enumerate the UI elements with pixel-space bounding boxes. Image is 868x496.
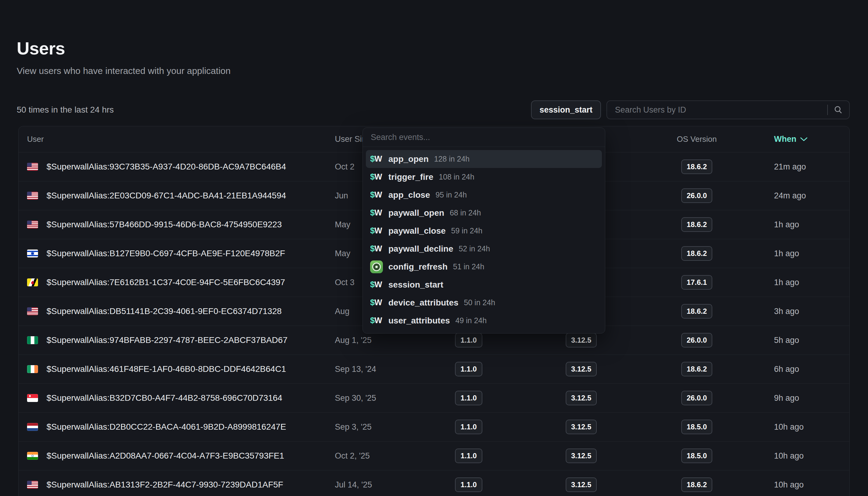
toolbar-right: session_start (531, 100, 850, 119)
country-flag-icon (27, 423, 38, 431)
country-flag-icon (27, 336, 38, 344)
event-icon-slot: $W (370, 172, 384, 182)
app-version-badge: 1.1.0 (455, 333, 482, 347)
table-row[interactable]: $SuperwallAlias:A2D08AA7-0667-4C04-A7F3-… (19, 441, 849, 470)
event-list-item[interactable]: $W user_attributes 49 in 24h (366, 312, 602, 329)
event-count: 108 in 24h (439, 172, 475, 181)
event-count: 51 in 24h (453, 262, 484, 271)
user-id: $SuperwallAlias:DB51141B-2C39-4061-9EF0-… (47, 307, 282, 316)
header-user: User (19, 135, 335, 144)
user-search-input[interactable] (614, 105, 827, 115)
app-version-badge: 1.1.0 (455, 449, 482, 463)
superwall-logo-icon: $W (370, 190, 382, 200)
user-since-value: Sep 30, '25 (335, 393, 435, 403)
event-list-item[interactable]: $W trigger_fire 108 in 24h (366, 168, 602, 186)
country-flag-icon (27, 163, 38, 171)
page-subtitle: View users who have interacted with your… (17, 66, 853, 76)
user-id: $SuperwallAlias:B32D7CB0-A4F7-44B2-8758-… (47, 393, 282, 403)
sdk-version-badge: 3.12.5 (566, 449, 597, 463)
superwall-logo-icon: $W (370, 244, 382, 253)
event-icon-slot: $W (370, 316, 384, 325)
event-name: app_open (388, 154, 429, 164)
superwall-logo-icon: $W (370, 280, 382, 289)
sdk-version-badge: 3.12.5 (566, 362, 597, 376)
event-name: trigger_fire (388, 172, 433, 182)
sdk-version-badge: 3.12.5 (566, 420, 597, 434)
event-name: app_close (388, 190, 430, 200)
country-flag-icon (27, 221, 38, 229)
user-id: $SuperwallAlias:57B466DD-9915-46D6-BAC8-… (47, 220, 282, 230)
event-list: $W app_open 128 in 24h $W trigger_fire 1… (363, 147, 605, 333)
os-version-badge: 18.5.0 (681, 449, 712, 463)
event-list-item[interactable]: config_refresh 51 in 24h (366, 258, 602, 276)
last-seen-value: 10h ago (733, 422, 849, 432)
user-id: $SuperwallAlias:AB1313F2-2B2F-44C7-9930-… (47, 480, 283, 490)
event-count: 49 in 24h (455, 316, 487, 325)
event-count: 68 in 24h (450, 208, 481, 217)
event-list-item[interactable]: $W app_close 95 in 24h (366, 186, 602, 204)
os-version-badge: 26.0.0 (681, 188, 712, 203)
page-title: Users (17, 38, 853, 59)
os-version-badge: 26.0.0 (681, 333, 712, 347)
os-version-badge: 26.0.0 (681, 391, 712, 405)
user-since-value: Jul 14, '25 (335, 480, 435, 490)
last-seen-value: 3h ago (733, 307, 849, 316)
event-list-item[interactable]: $W paywall_decline 52 in 24h (366, 240, 602, 258)
app-version-badge: 1.1.0 (455, 391, 482, 405)
event-icon-slot: $W (370, 244, 384, 253)
last-seen-value: 24m ago (733, 191, 849, 201)
event-list-item[interactable]: $W app_open 128 in 24h (366, 150, 602, 168)
event-list-item[interactable]: $W session_start (366, 276, 602, 294)
table-row[interactable]: $SuperwallAlias:B32D7CB0-A4F7-44B2-8758-… (19, 383, 849, 412)
country-flag-icon (27, 192, 38, 200)
last-seen-value: 9h ago (733, 393, 849, 403)
user-id: $SuperwallAlias:461F48FE-1AF0-46B0-8DBC-… (47, 364, 286, 374)
search-icon (833, 105, 843, 115)
user-id: $SuperwallAlias:2E03CD09-67C1-4ADC-BA41-… (47, 191, 286, 201)
superwall-logo-icon: $W (370, 208, 382, 218)
event-icon-slot: $W (370, 208, 384, 218)
superwall-logo-icon: $W (370, 154, 382, 164)
country-flag-icon (27, 365, 38, 373)
event-name: paywall_close (388, 226, 446, 236)
last-seen-value: 1h ago (733, 278, 849, 287)
superwall-logo-icon: $W (370, 316, 382, 325)
event-count: 128 in 24h (434, 155, 470, 164)
event-icon-slot: $W (370, 280, 384, 289)
user-since-value: Aug 1, '25 (335, 336, 435, 345)
event-count: 52 in 24h (459, 244, 490, 253)
app-version-badge: 1.1.0 (455, 478, 482, 492)
user-id: $SuperwallAlias:A2D08AA7-0667-4C04-A7F3-… (47, 451, 284, 461)
table-row[interactable]: $SuperwallAlias:AB1313F2-2B2F-44C7-9930-… (19, 470, 849, 496)
chevron-down-icon (800, 137, 807, 141)
event-list-item[interactable]: $W device_attributes 50 in 24h (366, 294, 602, 312)
config-refresh-icon (370, 261, 383, 273)
country-flag-icon (27, 249, 38, 258)
superwall-logo-icon: $W (370, 172, 382, 182)
os-version-badge: 18.6.2 (681, 246, 712, 261)
event-icon-slot: $W (370, 298, 384, 307)
event-name: paywall_decline (388, 244, 453, 254)
event-icon-slot: $W (370, 226, 384, 235)
table-row[interactable]: $SuperwallAlias:461F48FE-1AF0-46B0-8DBC-… (19, 355, 849, 383)
os-version-badge: 18.6.2 (681, 362, 712, 376)
event-filter-button[interactable]: session_start (531, 100, 601, 119)
country-flag-icon (27, 278, 38, 286)
os-version-badge: 18.6.2 (681, 304, 712, 319)
last-seen-value: 10h ago (733, 451, 849, 461)
event-search-input[interactable] (370, 133, 598, 142)
os-version-badge: 17.6.1 (681, 275, 712, 290)
event-frequency-stats: 50 times in the last 24 hrs (17, 105, 114, 115)
country-flag-icon (27, 481, 38, 489)
event-search-dropdown: $W app_open 128 in 24h $W trigger_fire 1… (363, 127, 605, 334)
header-when-sort[interactable]: When (733, 135, 849, 144)
user-since-value: Sep 3, '25 (335, 422, 435, 432)
event-icon-slot: $W (370, 190, 384, 200)
event-list-item[interactable]: $W paywall_close 59 in 24h (366, 222, 602, 240)
event-count: 59 in 24h (451, 227, 482, 235)
event-count: 95 in 24h (435, 190, 467, 199)
last-seen-value: 21m ago (733, 162, 849, 172)
table-row[interactable]: $SuperwallAlias:D2B0CC22-BACA-4061-9B2D-… (19, 412, 849, 441)
event-list-item[interactable]: $W paywall_open 68 in 24h (366, 204, 602, 222)
app-version-badge: 1.1.0 (455, 420, 482, 434)
